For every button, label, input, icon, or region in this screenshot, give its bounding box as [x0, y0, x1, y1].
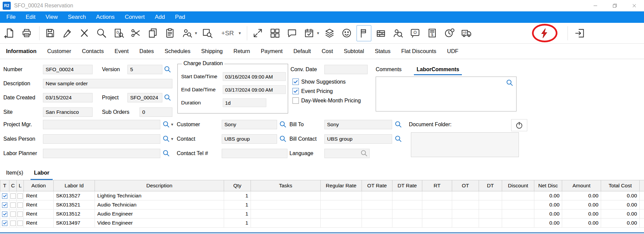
bill-contact-input[interactable] — [324, 134, 392, 144]
smiley-button[interactable] — [339, 25, 354, 41]
project-mgr-dropdown-icon[interactable]: ▾ — [171, 122, 173, 127]
tab-subtotal[interactable]: Subtotal — [338, 44, 370, 59]
new-document-button[interactable] — [2, 25, 17, 41]
tab-return[interactable]: Return — [228, 44, 256, 59]
cell-t[interactable] — [0, 191, 9, 200]
contact-search-button[interactable] — [279, 135, 287, 143]
menu-item-convert[interactable]: Convert — [120, 11, 150, 23]
menu-item-edit[interactable]: Edit — [20, 11, 40, 23]
column-header-l[interactable]: L — [17, 180, 24, 191]
sub-orders-input[interactable] — [140, 107, 172, 117]
contact-tel-input[interactable] — [222, 149, 287, 158]
labor-planner-input[interactable] — [43, 149, 160, 158]
row-checkbox-c[interactable] — [10, 212, 16, 217]
column-header-description[interactable]: Description — [95, 180, 224, 191]
conv-date-input[interactable] — [324, 65, 368, 74]
column-header-total-cost[interactable]: Total Cost — [601, 180, 640, 191]
flag-toggle-button[interactable] — [357, 25, 371, 41]
column-header-amount[interactable]: Amount — [562, 180, 601, 191]
cell-t[interactable] — [0, 200, 9, 209]
checkbox-checked-icon[interactable] — [292, 88, 299, 94]
row-checkbox-c[interactable] — [10, 202, 16, 208]
cell-c[interactable] — [9, 209, 17, 219]
menu-item-file[interactable]: File — [1, 11, 20, 23]
cell-l[interactable] — [17, 209, 24, 219]
bill-to-input[interactable] — [324, 120, 392, 129]
sales-person-input[interactable] — [43, 134, 160, 144]
row-checkbox-l[interactable] — [17, 212, 23, 217]
comments-search-button[interactable] — [506, 79, 514, 87]
end-datetime-input[interactable] — [223, 85, 286, 94]
row-checkbox-t[interactable] — [2, 212, 7, 217]
table-row[interactable]: RentSK013521Audio Technician10.000.000.0… — [0, 200, 644, 209]
table-row[interactable]: RentSK013497Video Engineer10.000.000.00 — [0, 219, 644, 228]
cell-c[interactable] — [9, 191, 17, 200]
schedule-button[interactable] — [302, 25, 316, 41]
document-folder-box[interactable] — [411, 132, 519, 157]
layers-button[interactable] — [322, 25, 337, 41]
tab-customer[interactable]: Customer — [42, 44, 77, 59]
number-input[interactable] — [43, 65, 93, 74]
column-header-net-disc[interactable]: Net Disc — [534, 180, 562, 191]
print-button[interactable] — [19, 25, 34, 41]
language-search-button[interactable] — [360, 149, 368, 157]
close-button[interactable] — [625, 0, 644, 11]
date-created-input[interactable] — [43, 93, 93, 102]
project-input[interactable] — [127, 93, 162, 102]
cell-l[interactable] — [17, 219, 24, 228]
row-checkbox-t[interactable] — [2, 202, 7, 208]
project-search-button[interactable] — [164, 94, 171, 101]
cell-t[interactable] — [0, 209, 9, 219]
delete-button[interactable] — [77, 25, 92, 41]
add-subrental-button[interactable]: +SR — [217, 25, 238, 41]
row-checkbox-l[interactable] — [17, 202, 23, 208]
tab-payment[interactable]: Payment — [256, 44, 288, 59]
column-header-t[interactable]: T — [0, 180, 9, 191]
column-header-ot-rate[interactable]: OT Rate — [362, 180, 392, 191]
labor-planner-search-button[interactable] — [162, 149, 170, 157]
option-day-week-month-pricing[interactable]: Day-Week-Month Pricing — [292, 97, 361, 104]
edit-button[interactable] — [60, 25, 74, 41]
column-header-qty[interactable]: Qty — [224, 180, 251, 191]
menu-item-pad[interactable]: Pad — [170, 11, 190, 23]
checkbox-checked-icon[interactable] — [292, 79, 299, 85]
transport-button[interactable]: AB — [459, 25, 474, 41]
document-folder-button[interactable] — [511, 119, 527, 131]
time-query-button[interactable] — [442, 25, 457, 41]
row-checkbox-t[interactable] — [2, 193, 7, 199]
column-header-regular-rate[interactable]: Regular Rate — [321, 180, 362, 191]
tab-event[interactable]: Event — [109, 44, 134, 59]
column-header-discount[interactable]: Discount — [502, 180, 534, 191]
tab-shipping[interactable]: Shipping — [196, 44, 228, 59]
row-checkbox-l[interactable] — [17, 193, 23, 199]
contact-input[interactable] — [222, 134, 277, 144]
quick-action-lightning-button[interactable] — [537, 25, 552, 41]
checkbox-unchecked-icon[interactable] — [292, 97, 299, 104]
tab-flat-discounts[interactable]: Flat Discounts — [396, 44, 442, 59]
bill-contact-search-button[interactable] — [394, 135, 402, 143]
description-input[interactable] — [43, 79, 172, 88]
column-header-ot[interactable]: OT — [452, 180, 479, 191]
add-subrental-dropdown-icon[interactable]: ▾ — [239, 31, 241, 36]
column-header-labor-id[interactable]: Labor Id — [54, 180, 95, 191]
labor-comments-input[interactable] — [376, 77, 516, 111]
expand-button[interactable] — [250, 25, 265, 41]
preview-search-button[interactable] — [200, 25, 215, 41]
table-row[interactable]: RentSK013527Lighting Technician10.000.00… — [0, 191, 644, 200]
invoice-button[interactable]: $ — [425, 25, 440, 41]
tab-udf[interactable]: UDF — [442, 44, 464, 59]
menu-item-view[interactable]: View — [41, 11, 63, 23]
search-button[interactable] — [94, 25, 109, 41]
column-header-dt-rate[interactable]: DT Rate — [392, 180, 422, 191]
menu-item-actions[interactable]: Actions — [91, 11, 120, 23]
table-row[interactable]: RentSK013512Audio Engineer10.000.000.00 — [0, 209, 644, 219]
row-checkbox-l[interactable] — [17, 221, 23, 226]
schedule-dropdown-icon[interactable]: ▾ — [317, 31, 319, 36]
column-header-tasks[interactable]: Tasks — [251, 180, 321, 191]
column-header-action[interactable]: Action — [24, 180, 54, 191]
copy-button[interactable] — [145, 25, 160, 41]
version-input[interactable] — [127, 65, 162, 74]
wall-button[interactable] — [374, 25, 388, 41]
bill-to-search-button[interactable] — [394, 121, 402, 128]
cell-l[interactable] — [17, 191, 24, 200]
